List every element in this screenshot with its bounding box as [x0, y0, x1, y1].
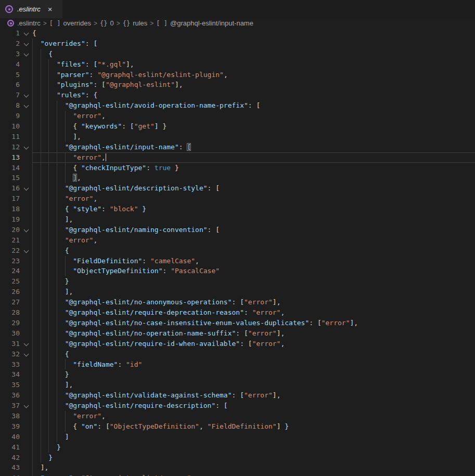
indent-guide	[65, 359, 66, 370]
breadcrumb-item--eslintrc[interactable]: .eslintrc	[7, 19, 41, 27]
property-key-token: "@graphql-eslint/no-anonymous-operations…	[65, 298, 232, 306]
code-line[interactable]: 19 ],	[0, 214, 475, 225]
code-line[interactable]: 11 ],	[0, 132, 475, 142]
symbol-array-icon: [ ]	[156, 20, 168, 27]
code-line[interactable]: 13 "error",	[0, 152, 475, 163]
code-line[interactable]: 41 }	[0, 442, 475, 453]
code-line[interactable]: 35 ],	[0, 380, 475, 390]
code-line[interactable]: 34 }	[0, 369, 475, 380]
code-line[interactable]: 2 "overrides": [	[0, 38, 475, 49]
code-line[interactable]: 1{	[0, 28, 475, 38]
indent-guide	[48, 59, 49, 70]
indent-guide	[57, 359, 57, 370]
code-line[interactable]: 25 }	[0, 276, 475, 287]
code-line[interactable]: 44 "parser": "@typescript-eslint/parser"	[0, 473, 475, 476]
indent-guide	[57, 214, 57, 225]
code-line[interactable]: 43 ],	[0, 462, 475, 473]
code-line[interactable]: 37 "@graphql-eslint/require-description"…	[0, 401, 475, 411]
line-number: 29	[0, 318, 20, 328]
indent-guide	[32, 256, 33, 266]
code-line[interactable]: 29 "@graphql-eslint/no-case-insensitive-…	[0, 318, 475, 328]
code-line[interactable]: 24 "ObjectTypeDefinition": "PascalCase"	[0, 266, 475, 276]
fold-chevron-down-icon[interactable]	[24, 41, 29, 46]
fold-chevron-down-icon[interactable]	[24, 186, 29, 191]
indent-guide	[48, 421, 49, 432]
code-line[interactable]: 23 "FieldDefinition": "camelCase",	[0, 256, 475, 266]
code-line[interactable]: 4 "files": ["*.gql"],	[0, 59, 475, 70]
chevron-right-icon: >	[150, 20, 153, 27]
indent-guide	[41, 432, 41, 442]
tab-bar: .eslintrc ×	[0, 0, 475, 18]
eslint-icon	[7, 20, 14, 27]
fold-chevron-down-icon[interactable]	[24, 51, 29, 56]
fold-chevron-down-icon[interactable]	[24, 351, 29, 356]
code-line[interactable]: 20 "@graphql-eslint/naming-convention": …	[0, 225, 475, 235]
code-editor[interactable]: 1{2 "overrides": [3 {4 "files": ["*.gql"…	[0, 28, 475, 476]
code-line[interactable]: 6 "plugins": ["@graphql-eslint"],	[0, 80, 475, 90]
property-key-token: "@graphql-eslint/naming-convention"	[65, 226, 208, 234]
code-line[interactable]: 38 "error",	[0, 411, 475, 421]
indent-guide	[48, 246, 49, 256]
breadcrumb-item-rules[interactable]: {}rules	[123, 19, 148, 27]
indent-guide	[32, 411, 33, 421]
indent-guide	[48, 328, 49, 339]
fold-chevron-down-icon[interactable]	[24, 144, 29, 149]
close-icon[interactable]: ×	[48, 5, 53, 13]
code-line[interactable]: 22 {	[0, 246, 475, 256]
line-number: 42	[0, 453, 20, 463]
string-token: "error"	[252, 308, 281, 316]
code-line[interactable]: 12 "@graphql-eslint/input-name": [	[0, 142, 475, 152]
code-line[interactable]: 5 "parser": "@graphql-eslint/eslint-plug…	[0, 70, 475, 80]
code-line[interactable]: 36 "@graphql-eslint/validate-against-sch…	[0, 390, 475, 401]
chevron-right-icon: >	[94, 20, 97, 27]
tab-eslintrc[interactable]: .eslintrc ×	[0, 0, 62, 18]
code-line[interactable]: 32 {	[0, 349, 475, 359]
code-line[interactable]: 39 { "on": ["ObjectTypeDefinition", "Fie…	[0, 421, 475, 432]
code-line[interactable]: 15 ],	[0, 173, 475, 183]
code-line[interactable]: 33 "fieldName": "id"	[0, 359, 475, 370]
fold-chevron-down-icon[interactable]	[24, 103, 29, 108]
property-key-token: "@graphql-eslint/require-description"	[65, 402, 216, 409]
fold-chevron-down-icon[interactable]	[24, 31, 29, 36]
symbol-object-icon: {}	[123, 20, 130, 27]
code-line[interactable]: 31 "@graphql-eslint/require-id-when-avai…	[0, 339, 475, 349]
code-line[interactable]: 26 ],	[0, 287, 475, 297]
line-number: 39	[0, 421, 20, 432]
breadcrumb-item-0[interactable]: {}0	[100, 19, 114, 27]
code-line[interactable]: 7 "rules": {	[0, 90, 475, 100]
line-number: 31	[0, 339, 20, 349]
code-line[interactable]: 8 "@graphql-eslint/avoid-operation-name-…	[0, 100, 475, 111]
code-line[interactable]: 10 { "keywords": ["get"] }	[0, 121, 475, 132]
code-line[interactable]: 3 {	[0, 49, 475, 59]
code-line[interactable]: 16 "@graphql-eslint/description-style": …	[0, 183, 475, 194]
indent-guide	[41, 328, 41, 339]
code-line[interactable]: 14 { "checkInputType": true }	[0, 163, 475, 173]
indent-guide	[48, 225, 49, 235]
fold-chevron-down-icon[interactable]	[24, 227, 29, 232]
string-token: "error"	[65, 236, 94, 244]
indent-guide	[32, 297, 33, 307]
breadcrumb-item--graphql-eslint-input-name[interactable]: [ ]@graphql-eslint/input-name	[156, 19, 253, 27]
code-line[interactable]: 27 "@graphql-eslint/no-anonymous-operati…	[0, 297, 475, 307]
fold-chevron-down-icon[interactable]	[24, 403, 29, 408]
fold-chevron-down-icon[interactable]	[24, 248, 29, 253]
line-number: 43	[0, 462, 20, 473]
string-token: "error"	[322, 319, 350, 327]
fold-chevron-down-icon[interactable]	[24, 341, 29, 346]
code-line[interactable]: 28 "@graphql-eslint/require-deprecation-…	[0, 307, 475, 318]
code-line[interactable]: 42 }	[0, 453, 475, 463]
punctuation-token: ,	[280, 340, 285, 348]
indent-guide	[48, 121, 49, 132]
code-line[interactable]: 9 "error",	[0, 111, 475, 121]
code-line[interactable]: 18 { "style": "block" }	[0, 204, 475, 214]
code-line[interactable]: 21 "error",	[0, 235, 475, 246]
code-line[interactable]: 40 ]	[0, 432, 475, 442]
code-line[interactable]: 17 "error",	[0, 194, 475, 204]
line-number: 13	[0, 152, 20, 163]
breadcrumb-item-overrides[interactable]: [ ]overrides	[49, 19, 91, 27]
fold-chevron-down-icon[interactable]	[24, 93, 29, 98]
code-line[interactable]: 30 "@graphql-eslint/no-operation-name-su…	[0, 328, 475, 339]
indent-guide	[41, 369, 41, 380]
punctuation-token: : [	[248, 101, 260, 109]
punctuation-token: : [	[240, 340, 252, 348]
